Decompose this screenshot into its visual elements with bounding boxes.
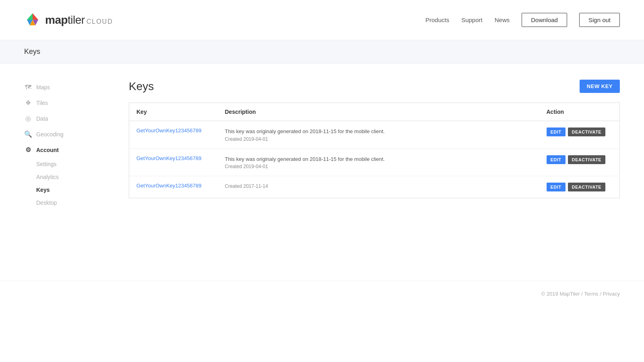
deactivate-button[interactable]: DEACTIVATE bbox=[568, 155, 606, 164]
edit-button[interactable]: EDIT bbox=[547, 183, 566, 191]
sidebar-item-label-maps: Maps bbox=[36, 84, 50, 90]
key-link[interactable]: GetYourOwnKey123456789 bbox=[136, 155, 201, 161]
sidebar-sub-analytics[interactable]: Analytics bbox=[24, 171, 113, 183]
action-buttons: EDITDEACTIVATE bbox=[547, 183, 613, 191]
table-cell-action: EDITDEACTIVATE bbox=[539, 148, 620, 176]
footer: © 2019 MapTiler / Terms / Privacy bbox=[0, 281, 644, 306]
account-icon: ⚙ bbox=[24, 146, 32, 154]
geocoding-icon: 🔍 bbox=[24, 130, 32, 138]
content-header: Keys NEW KEY bbox=[129, 80, 620, 93]
created-date: Created 2017-11-14 bbox=[225, 183, 532, 189]
edit-button[interactable]: EDIT bbox=[547, 128, 566, 136]
deactivate-button[interactable]: DEACTIVATE bbox=[568, 128, 606, 136]
edit-button[interactable]: EDIT bbox=[547, 155, 566, 164]
created-date: Created 2019-04-01 bbox=[225, 164, 532, 169]
download-button[interactable]: Download bbox=[522, 13, 567, 27]
table-row: GetYourOwnKey123456789This key was origi… bbox=[129, 148, 620, 176]
sidebar-item-label-data: Data bbox=[36, 115, 48, 122]
logo-text: maptilerCLOUD bbox=[45, 14, 113, 27]
table-cell-description: Created 2017-11-14 bbox=[218, 176, 539, 198]
sidebar-item-label-geocoding: Geocoding bbox=[36, 131, 64, 138]
maps-icon: 🗺 bbox=[24, 84, 32, 91]
sidebar-item-geocoding[interactable]: 🔍 Geocoding bbox=[24, 126, 113, 142]
action-buttons: EDITDEACTIVATE bbox=[547, 128, 613, 136]
table-cell-action: EDITDEACTIVATE bbox=[539, 176, 620, 198]
sidebar-item-data[interactable]: ◎ Data bbox=[24, 111, 113, 126]
nav-support[interactable]: Support bbox=[461, 16, 483, 23]
svg-marker-1 bbox=[27, 13, 33, 20]
table-row: GetYourOwnKey123456789Created 2017-11-14… bbox=[129, 176, 620, 198]
nav-news[interactable]: News bbox=[495, 16, 510, 23]
table-cell-key: GetYourOwnKey123456789 bbox=[129, 121, 218, 149]
table-cell-key: GetYourOwnKey123456789 bbox=[129, 176, 218, 198]
col-header-key: Key bbox=[129, 103, 218, 121]
header: maptilerCLOUD Products Support News Down… bbox=[0, 0, 644, 40]
sidebar: 🗺 Maps ❖ Tiles ◎ Data 🔍 Geocoding ⚙ Acco… bbox=[24, 80, 113, 249]
logo: maptilerCLOUD bbox=[24, 12, 113, 29]
sidebar-item-maps[interactable]: 🗺 Maps bbox=[24, 80, 113, 95]
sidebar-sub-settings[interactable]: Settings bbox=[24, 158, 113, 171]
new-key-button[interactable]: NEW KEY bbox=[580, 80, 620, 93]
sub-header: Keys bbox=[0, 40, 644, 64]
key-link[interactable]: GetYourOwnKey123456789 bbox=[136, 128, 201, 134]
key-link[interactable]: GetYourOwnKey123456789 bbox=[136, 183, 201, 189]
main-nav: Products Support News Download Sign out bbox=[425, 13, 620, 27]
sidebar-sub-keys[interactable]: Keys bbox=[24, 183, 113, 196]
main-layout: 🗺 Maps ❖ Tiles ◎ Data 🔍 Geocoding ⚙ Acco… bbox=[0, 64, 644, 265]
privacy-link[interactable]: Privacy bbox=[603, 291, 620, 297]
table-header-row: Key Description Action bbox=[129, 103, 620, 121]
content-area: Keys NEW KEY Key Description Action GetY… bbox=[113, 80, 620, 249]
sidebar-sub-desktop[interactable]: Desktop bbox=[24, 196, 113, 209]
sidebar-item-label-account: Account bbox=[36, 147, 59, 153]
created-date: Created 2019-04-01 bbox=[225, 136, 532, 142]
logo-icon bbox=[24, 12, 41, 29]
deactivate-button[interactable]: DEACTIVATE bbox=[568, 183, 606, 191]
desc-text: This key was originaly generated on 2018… bbox=[225, 128, 532, 136]
content-title: Keys bbox=[129, 80, 154, 93]
desc-text: This key was originaly generated on 2018… bbox=[225, 155, 532, 163]
terms-link[interactable]: Terms bbox=[584, 291, 598, 297]
copyright-text: © 2019 MapTiler bbox=[541, 291, 580, 297]
col-header-action: Action bbox=[539, 103, 620, 121]
svg-marker-0 bbox=[33, 13, 38, 20]
data-icon: ◎ bbox=[24, 115, 32, 122]
keys-table: Key Description Action GetYourOwnKey1234… bbox=[129, 103, 620, 198]
sidebar-item-label-tiles: Tiles bbox=[36, 100, 48, 106]
table-cell-key: GetYourOwnKey123456789 bbox=[129, 148, 218, 176]
sign-out-button[interactable]: Sign out bbox=[579, 13, 620, 27]
table-cell-action: EDITDEACTIVATE bbox=[539, 121, 620, 149]
sidebar-item-account[interactable]: ⚙ Account bbox=[24, 142, 113, 158]
col-header-description: Description bbox=[218, 103, 539, 121]
sidebar-item-tiles[interactable]: ❖ Tiles bbox=[24, 95, 113, 111]
table-cell-description: This key was originaly generated on 2018… bbox=[218, 148, 539, 176]
action-buttons: EDITDEACTIVATE bbox=[547, 155, 613, 164]
page-title: Keys bbox=[24, 47, 40, 56]
table-cell-description: This key was originaly generated on 2018… bbox=[218, 121, 539, 149]
nav-products[interactable]: Products bbox=[425, 16, 449, 23]
tiles-icon: ❖ bbox=[24, 99, 32, 107]
table-row: GetYourOwnKey123456789This key was origi… bbox=[129, 121, 620, 149]
